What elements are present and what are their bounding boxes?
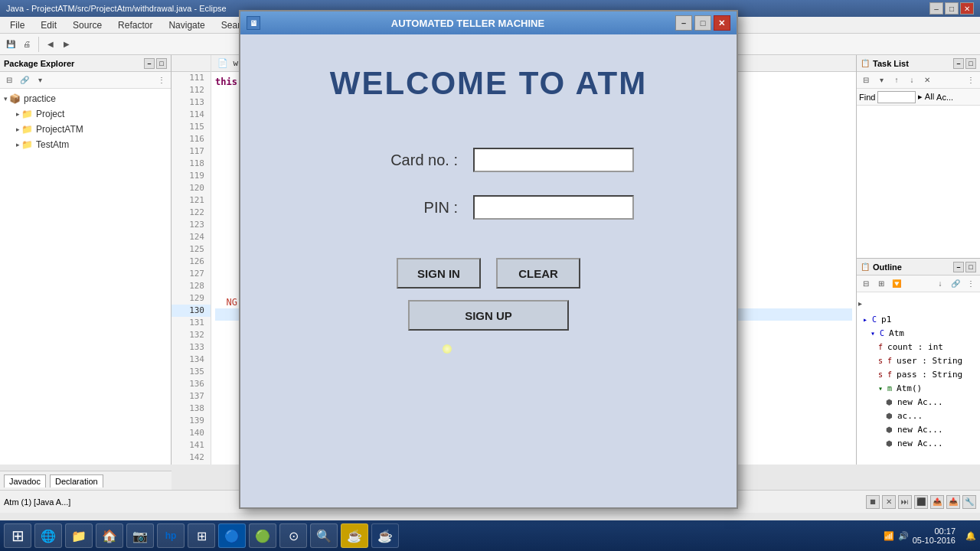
outline-ac[interactable]: ⬢ ac... bbox=[859, 409, 978, 423]
task-toolbar-btn4[interactable]: ↓ bbox=[905, 73, 919, 87]
outline-filter-btn[interactable]: 🔽 bbox=[890, 277, 903, 291]
taskbar-ie[interactable]: 🌐 bbox=[34, 523, 62, 548]
outline-atm-method[interactable]: ▾ m Atm() bbox=[859, 382, 978, 396]
taskbar-apps[interactable]: ⊞ bbox=[188, 523, 215, 548]
task-find-bar: Find ▸ All Ac... bbox=[857, 89, 980, 106]
taskbar-notification-icon[interactable]: 🔔 bbox=[965, 531, 976, 541]
link-with-editor-btn[interactable]: 🔗 bbox=[18, 73, 31, 87]
taskbar-camera[interactable]: 📷 bbox=[126, 523, 154, 548]
debug-btn6[interactable]: 📥 bbox=[946, 495, 960, 509]
tree-label-project: Project bbox=[36, 109, 64, 119]
tree-item-project[interactable]: ▸ 📁 Project bbox=[0, 106, 171, 122]
package-explorer-title: Package Explorer bbox=[4, 59, 74, 68]
toolbar-save[interactable]: 💾 bbox=[4, 37, 18, 51]
taskbar-java[interactable]: ☕ bbox=[371, 523, 399, 548]
taskbar-hp[interactable]: hp bbox=[157, 523, 185, 548]
task-max-btn[interactable]: □ bbox=[965, 58, 976, 69]
menu-refactor[interactable]: Refactor bbox=[112, 18, 158, 32]
outline-sync-btn[interactable]: 🔗 bbox=[949, 277, 962, 291]
taskbar-chrome[interactable]: 🟢 bbox=[249, 523, 276, 548]
panel-maximize-btn[interactable]: □ bbox=[156, 58, 167, 69]
find-input[interactable] bbox=[877, 91, 916, 103]
outline-tree: ▸ C p1 ▾ C Atm f count : int s f user : … bbox=[857, 311, 980, 453]
outline-atm[interactable]: ▾ C Atm bbox=[859, 327, 978, 341]
debug-disconnect-btn[interactable]: ✕ bbox=[882, 495, 896, 509]
outline-user[interactable]: s f user : String bbox=[859, 354, 978, 368]
menu-navigate[interactable]: Navigate bbox=[162, 18, 211, 32]
pin-input[interactable] bbox=[473, 195, 634, 220]
explorer-menu-btn[interactable]: ▾ bbox=[33, 73, 47, 87]
close-button[interactable]: ✕ bbox=[960, 2, 974, 15]
outline-ac-label: ac... bbox=[897, 409, 923, 423]
outline-max-btn[interactable]: □ bbox=[965, 262, 976, 272]
outline-new-ac2[interactable]: ⬢ new Ac... bbox=[859, 423, 978, 437]
outline-count[interactable]: f count : int bbox=[859, 341, 978, 354]
javadoc-tab[interactable]: Javadoc bbox=[4, 474, 46, 487]
taskbar-search[interactable]: 🔍 bbox=[310, 523, 338, 548]
taskbar-circle[interactable]: ⊙ bbox=[279, 523, 307, 548]
minimize-button[interactable]: – bbox=[929, 2, 943, 15]
outline-new-ac3-label: new Ac... bbox=[897, 437, 943, 451]
debug-btn7[interactable]: 🔧 bbox=[962, 495, 976, 509]
atm-dialog-titlebar: 🖥 AUTOMATED TELLER MACHINE – □ ✕ bbox=[240, 11, 737, 34]
task-toolbar-menu[interactable]: ⋮ bbox=[964, 73, 978, 87]
taskbar-yellow[interactable]: ☕ bbox=[341, 523, 368, 548]
tree-item-projectatm[interactable]: ▸ 📁 ProjectATM bbox=[0, 122, 171, 137]
debug-stop-btn[interactable]: ⏹ bbox=[866, 495, 880, 509]
menu-file[interactable]: File bbox=[4, 18, 31, 32]
outline-menu-btn[interactable]: ⋮ bbox=[964, 277, 978, 291]
toolbar-print[interactable]: 🖨 bbox=[20, 37, 34, 51]
taskbar-explorer[interactable]: 📁 bbox=[65, 523, 93, 548]
atm-maximize-btn[interactable]: □ bbox=[694, 15, 711, 31]
sign-in-button[interactable]: SIGN IN bbox=[397, 258, 481, 289]
outline-sort-btn[interactable]: ⊟ bbox=[859, 277, 873, 291]
tree-item-testatm[interactable]: ▸ 📁 TestAtm bbox=[0, 137, 171, 152]
atm-close-btn[interactable]: ✕ bbox=[714, 15, 730, 31]
tree-item-practice[interactable]: ▾ 📦 practice bbox=[0, 91, 171, 106]
outline-pass[interactable]: s f pass : String bbox=[859, 368, 978, 382]
outline-header: 📋 Outline – □ bbox=[857, 259, 980, 276]
panel-minimize-btn[interactable]: – bbox=[144, 58, 155, 69]
outline-collapse-btn[interactable]: ↓ bbox=[933, 277, 947, 291]
task-toolbar-btn2[interactable]: ▾ bbox=[874, 73, 888, 87]
taskbar-home[interactable]: 🏠 bbox=[96, 523, 123, 548]
outline-atm-method-label: Atm() bbox=[897, 382, 922, 396]
start-button[interactable]: ⊞ bbox=[4, 523, 31, 548]
outline-title-area: 📋 Outline bbox=[861, 262, 902, 272]
outline-p1[interactable]: ▸ C p1 bbox=[859, 313, 978, 327]
tree-label-practice: practice bbox=[24, 93, 56, 104]
package-tree: ▾ 📦 practice ▸ 📁 Project ▸ 📁 ProjectATM … bbox=[0, 89, 171, 155]
line-numbers-panel: 1111121131141151161171181191201211221231… bbox=[172, 55, 211, 465]
maximize-button[interactable]: □ bbox=[945, 2, 959, 15]
toolbar-forward[interactable]: ▶ bbox=[60, 37, 74, 51]
menu-source[interactable]: Source bbox=[67, 18, 108, 32]
declaration-tab[interactable]: Declaration bbox=[50, 474, 103, 487]
toolbar-back[interactable]: ◀ bbox=[44, 37, 57, 51]
view-menu-btn[interactable]: ⋮ bbox=[155, 73, 168, 87]
menu-edit[interactable]: Edit bbox=[34, 18, 63, 32]
outline-new-ac1[interactable]: ⬢ new Ac... bbox=[859, 396, 978, 409]
task-toolbar-btn1[interactable]: ⊟ bbox=[859, 73, 873, 87]
outline-group-btn[interactable]: ⊞ bbox=[874, 277, 888, 291]
atm-minimize-btn[interactable]: – bbox=[675, 15, 692, 31]
task-toolbar-btn5[interactable]: ✕ bbox=[920, 73, 934, 87]
outline-new-ac3[interactable]: ⬢ new Ac... bbox=[859, 437, 978, 451]
debug-btn4[interactable]: ⬛ bbox=[914, 495, 928, 509]
card-form-row: Card no. : bbox=[320, 148, 657, 172]
sign-up-button[interactable]: SIGN UP bbox=[408, 300, 569, 331]
find-label: Find bbox=[859, 93, 875, 102]
taskbar-date: 05-10-2016 bbox=[913, 536, 956, 545]
collapse-all-btn[interactable]: ⊟ bbox=[2, 73, 16, 87]
card-input[interactable] bbox=[473, 148, 634, 172]
debug-btn5[interactable]: 📤 bbox=[930, 495, 944, 509]
taskbar-clock[interactable]: 00:17 05-10-2016 bbox=[913, 527, 962, 545]
task-min-btn[interactable]: – bbox=[953, 58, 964, 69]
outline-min-btn[interactable]: – bbox=[953, 262, 964, 272]
debug-btn3[interactable]: ⏭ bbox=[898, 495, 912, 509]
atm-dialog: 🖥 AUTOMATED TELLER MACHINE – □ ✕ WELCOME… bbox=[239, 10, 738, 509]
task-toolbar-btn3[interactable]: ↑ bbox=[890, 73, 903, 87]
clear-button[interactable]: CLEAR bbox=[496, 258, 580, 289]
outline-pass-label: pass : String bbox=[897, 368, 962, 382]
task-list-content bbox=[857, 106, 980, 113]
taskbar-blue[interactable]: 🔵 bbox=[218, 523, 246, 548]
